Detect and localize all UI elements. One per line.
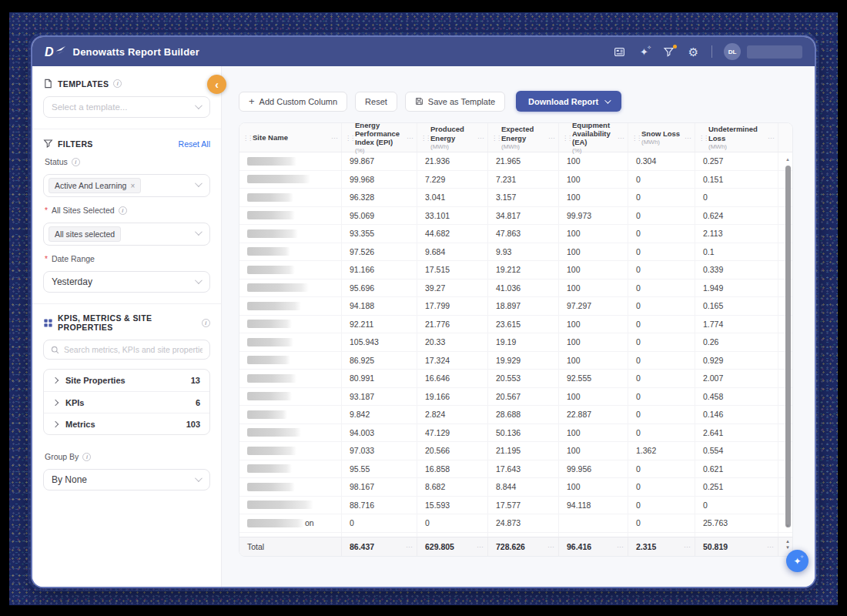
table-row[interactable]: 86.92517.32419.92910000.929	[239, 352, 792, 370]
column-header-produced-energy[interactable]: ⋮⋮Produced Energy(MWh)···	[417, 123, 488, 152]
table-row[interactable]: 105.94320.3319.1910000.26	[239, 333, 792, 352]
table-row[interactable]: 98.1678.6828.84410000.251	[239, 478, 792, 497]
column-menu-icon[interactable]: ···	[685, 134, 691, 142]
table-row[interactable]: 80.99116.64620.55392.55502.007	[239, 370, 792, 388]
vertical-scrollbar-thumb[interactable]	[785, 166, 791, 527]
drag-handle-icon[interactable]: ⋮⋮	[243, 134, 252, 141]
site-name-cell	[239, 280, 342, 297]
status-select[interactable]: Active And Learning ×	[43, 174, 210, 197]
drag-handle-icon[interactable]: ⋮⋮	[420, 134, 430, 141]
report-builder-icon[interactable]	[613, 45, 626, 59]
total-menu-icon[interactable]: ···	[684, 543, 691, 551]
group-kpis[interactable]: KPIs 6	[44, 391, 209, 413]
template-select[interactable]: Select a template...	[43, 96, 210, 118]
value-cell: 1.362	[628, 442, 695, 460]
sidebar-collapse-button[interactable]: ‹	[207, 75, 226, 94]
column-menu-icon[interactable]: ···	[618, 134, 624, 142]
group-by-select[interactable]: By None	[43, 469, 210, 490]
site-name-redacted	[247, 356, 290, 364]
column-menu-icon[interactable]: ···	[548, 134, 555, 142]
table-row[interactable]: on0024.873025.763	[239, 514, 792, 533]
download-report-button[interactable]: Download Report	[516, 91, 621, 112]
table-row[interactable]: 95.5516.85817.64399.95600.621	[239, 460, 792, 479]
column-header-equipment-availability-ea[interactable]: ⋮⋮Equipment Availability (EA)(%)···	[559, 123, 628, 152]
site-name-redacted	[247, 483, 295, 491]
value-cell: 0	[628, 460, 695, 478]
info-icon[interactable]: i	[82, 453, 91, 461]
user-avatar[interactable]: DL	[724, 43, 741, 60]
table-row[interactable]: 93.18719.16620.56710000.458	[239, 388, 792, 407]
metrics-search-input[interactable]	[64, 345, 203, 354]
column-header-undetermined-loss[interactable]: ⋮⋮Undetermined Loss(MWh)···	[695, 123, 778, 152]
table-row[interactable]: 95.06933.10134.81799.97300.624	[239, 207, 792, 226]
table-row[interactable]: 9.8422.82428.68822.88700.146	[239, 406, 792, 424]
value-cell: 0	[628, 261, 695, 279]
column-unit: (MWh)	[501, 143, 547, 150]
column-header-energy-performance-index-epi[interactable]: ⋮⋮Energy Performance Index (EPI)(%)···	[342, 123, 417, 152]
scroll-down-icon[interactable]: ▼	[785, 524, 790, 528]
column-menu-icon[interactable]: ···	[331, 134, 338, 142]
scroll-up-icon[interactable]: ▲	[785, 157, 790, 162]
table-row[interactable]: 91.16617.51519.21210000.339	[239, 261, 792, 280]
drag-handle-icon[interactable]: ⋮⋮	[631, 134, 641, 141]
column-label: Expected Energy	[501, 125, 547, 142]
top-navbar: D Denowatts Report Builder ✦ ✧ ⚙ DL	[32, 37, 815, 66]
ai-sparkles-icon[interactable]: ✦ ✧	[638, 45, 651, 59]
info-icon[interactable]: i	[72, 158, 80, 166]
add-custom-column-button[interactable]: + Add Custom Column	[239, 92, 347, 112]
drag-handle-icon[interactable]: ⋮⋮	[345, 134, 354, 141]
group-site-properties[interactable]: Site Properties 13	[44, 370, 209, 391]
site-name-redacted	[247, 175, 310, 183]
save-as-template-button[interactable]: Save as Template	[405, 92, 505, 112]
table-body[interactable]: 99.86721.93621.9651000.3040.25799.9687.2…	[239, 152, 792, 537]
total-menu-icon[interactable]: ···	[617, 543, 624, 551]
total-menu-icon[interactable]: ···	[477, 543, 484, 551]
column-header-snow-loss[interactable]: ⋮⋮Snow Loss(MWh)···	[628, 123, 695, 152]
settings-gear-icon[interactable]: ⚙	[687, 45, 700, 59]
table-row[interactable]: 99.86721.93621.9651000.3040.257	[239, 152, 792, 171]
value-cell: 0	[628, 280, 695, 297]
value-cell: 100	[559, 225, 628, 243]
drag-handle-icon[interactable]: ⋮⋮	[698, 134, 708, 141]
value-cell: 0	[628, 189, 695, 206]
info-icon[interactable]: i	[202, 319, 210, 327]
column-menu-icon[interactable]: ···	[407, 134, 413, 142]
drag-handle-icon[interactable]: ⋮⋮	[562, 134, 571, 141]
value-cell: 0	[628, 478, 695, 496]
metrics-search[interactable]	[43, 340, 210, 360]
column-header-expected-energy[interactable]: ⋮⋮Expected Energy(MWh)···	[488, 123, 559, 152]
table-row[interactable]: 97.03320.56621.1951001.3620.554	[239, 442, 792, 460]
reset-button[interactable]: Reset	[355, 92, 397, 112]
column-menu-icon[interactable]: ···	[477, 134, 484, 142]
info-icon[interactable]: i	[119, 206, 127, 215]
site-name-redacted	[247, 247, 290, 256]
table-row[interactable]: 96.3283.0413.15710000	[239, 189, 792, 207]
table-row[interactable]: 92.21121.77623.61510001.774	[239, 316, 792, 334]
table-row[interactable]: 88.71615.59317.57794.11800	[239, 497, 792, 515]
sites-select[interactable]: All sites selected	[43, 223, 210, 246]
table-row[interactable]: 99.9687.2297.23110000.151	[239, 171, 792, 189]
reset-all-link[interactable]: Reset All	[179, 139, 210, 149]
drag-handle-icon[interactable]: ⋮⋮	[491, 134, 500, 141]
remove-tag-icon[interactable]: ×	[130, 182, 135, 190]
count-badge: 103	[186, 420, 200, 429]
table-row[interactable]: 93.35544.68247.86310002.113	[239, 225, 792, 243]
filter-icon[interactable]	[662, 45, 675, 59]
scroll-up-icon[interactable]: ▲	[785, 539, 790, 544]
column-menu-icon[interactable]: ···	[768, 134, 775, 142]
total-menu-icon[interactable]: ···	[406, 543, 413, 551]
total-menu-icon[interactable]: ···	[547, 543, 554, 551]
table-row[interactable]: 95.69639.2741.03610001.949	[239, 280, 792, 298]
group-metrics[interactable]: Metrics 103	[44, 413, 209, 434]
info-icon[interactable]: i	[113, 79, 122, 88]
table-row[interactable]: 97.5269.6849.9310000.1	[239, 243, 792, 262]
ai-assistant-fab[interactable]: ✦ ✧	[786, 550, 808, 572]
date-range-select[interactable]: Yesterday	[43, 271, 210, 293]
value-cell: 0	[628, 406, 695, 424]
total-menu-icon[interactable]: ···	[767, 543, 774, 551]
table-row[interactable]: 94.00347.12950.13610002.641	[239, 424, 792, 443]
table-row[interactable]: 94.18817.79918.89797.29700.165	[239, 297, 792, 316]
column-header-site-name[interactable]: ⋮⋮Site Name···	[239, 123, 342, 152]
value-cell: 21.776	[417, 316, 488, 333]
scroll-down-icon[interactable]: ▼	[785, 545, 790, 550]
